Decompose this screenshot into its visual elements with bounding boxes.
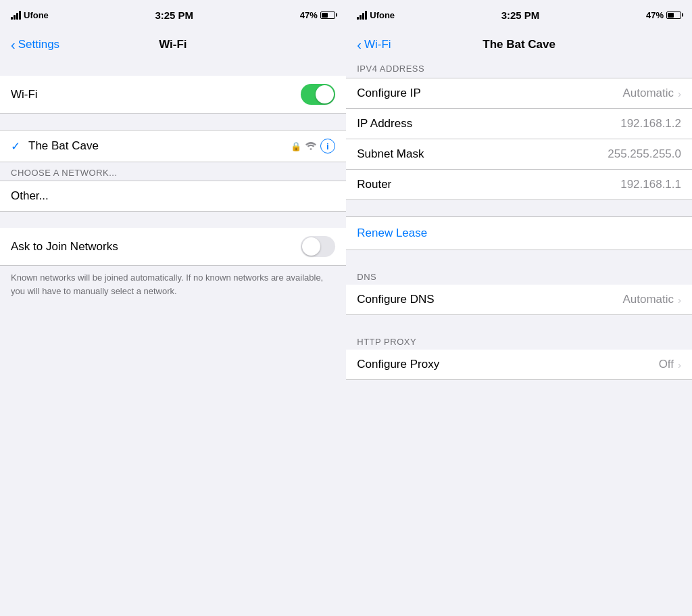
router-row: Router 192.168.1.1 [346, 170, 692, 200]
configure-ip-label: Configure IP [357, 87, 421, 100]
back-to-settings-button[interactable]: ‹ Settings [11, 38, 59, 51]
nav-bar-right: ‹ Wi-Fi The Bat Cave [346, 30, 692, 60]
battery-percent-left: 47% [300, 10, 318, 20]
configure-proxy-row[interactable]: Configure Proxy Off › [346, 350, 692, 380]
signal-bars-left [11, 11, 21, 20]
status-right-left: 47% [300, 10, 335, 20]
configure-dns-chevron: › [678, 294, 681, 306]
ip-address-row: IP Address 192.168.1.2 [346, 109, 692, 139]
renew-lease-label: Renew Lease [357, 227, 427, 239]
wifi-toggle-row[interactable]: Wi-Fi [0, 76, 346, 114]
wifi-label: Wi-Fi [11, 88, 38, 101]
back-label-left: Settings [18, 38, 59, 51]
ask-to-join-row[interactable]: Ask to Join Networks [0, 228, 346, 266]
choose-network-header: CHOOSE A NETWORK... [0, 162, 346, 181]
ip-config-rows: Configure IP Automatic › IP Address 192.… [346, 78, 692, 200]
configure-proxy-value-group: Off › [659, 358, 681, 371]
router-label: Router [357, 178, 391, 191]
ask-to-join-toggle[interactable] [301, 236, 335, 257]
battery-icon-right [666, 11, 681, 19]
ask-to-join-description: Known networks will be joined automatica… [0, 266, 346, 303]
time-left: 3:25 PM [155, 9, 193, 21]
status-right-right: 47% [646, 10, 681, 20]
info-button[interactable]: i [320, 139, 335, 153]
other-network-row[interactable]: Other... [0, 181, 346, 212]
back-label-right: Wi-Fi [364, 38, 391, 51]
dns-section-header: DNS [346, 266, 692, 285]
back-chevron-right: ‹ [357, 38, 362, 51]
status-left-left: Ufone [11, 10, 49, 20]
left-panel: Ufone 3:25 PM 47% ‹ Settings Wi-Fi Wi-Fi… [0, 0, 346, 616]
ask-to-join-label: Ask to Join Networks [11, 240, 118, 254]
right-panel: Ufone 3:25 PM 47% ‹ Wi-Fi The Bat Cave I… [346, 0, 692, 616]
battery-icon-left [320, 11, 335, 19]
status-bar-right: Ufone 3:25 PM 47% [346, 0, 692, 30]
configure-ip-value-group: Automatic › [622, 87, 681, 100]
carrier-right: Ufone [370, 10, 395, 20]
configure-ip-value: Automatic [622, 87, 674, 100]
carrier-left: Ufone [24, 10, 49, 20]
configure-proxy-value: Off [659, 358, 674, 371]
subnet-mask-label: Subnet Mask [357, 147, 424, 161]
configure-dns-value: Automatic [622, 293, 674, 306]
nav-bar-left: ‹ Settings Wi-Fi [0, 30, 346, 60]
subnet-mask-row: Subnet Mask 255.255.255.0 [346, 139, 692, 170]
subnet-mask-value: 255.255.255.0 [608, 147, 681, 161]
lock-icon: 🔒 [291, 141, 301, 151]
back-chevron-left: ‹ [11, 38, 16, 51]
ip-address-label: IP Address [357, 117, 412, 131]
ipv4-section-header: IPV4 ADDRESS [346, 60, 692, 78]
configure-dns-value-group: Automatic › [622, 293, 681, 306]
signal-bars-right [357, 11, 367, 20]
configure-ip-chevron: › [678, 88, 681, 99]
wifi-signal-icon [305, 141, 316, 152]
battery-percent-right: 47% [646, 10, 664, 20]
checkmark-icon: ✓ [11, 139, 20, 153]
back-to-wifi-button[interactable]: ‹ Wi-Fi [357, 38, 391, 51]
renew-lease-row[interactable]: Renew Lease [346, 216, 692, 250]
status-left-right: Ufone [357, 10, 395, 20]
ip-address-value: 192.168.1.2 [620, 117, 681, 131]
page-title-left: Wi-Fi [159, 38, 187, 51]
page-title-right: The Bat Cave [483, 38, 555, 51]
status-bar-left: Ufone 3:25 PM 47% [0, 0, 346, 30]
info-icon: i [326, 141, 329, 151]
http-proxy-section-header: HTTP PROXY [346, 331, 692, 350]
network-icons: 🔒 i [291, 139, 335, 153]
connected-network-row[interactable]: ✓ The Bat Cave 🔒 i [0, 130, 346, 162]
configure-dns-label: Configure DNS [357, 293, 434, 306]
configure-ip-row[interactable]: Configure IP Automatic › [346, 78, 692, 109]
network-name: The Bat Cave [28, 139, 291, 153]
wifi-toggle[interactable] [301, 84, 335, 105]
configure-proxy-chevron: › [678, 359, 681, 371]
router-value: 192.168.1.1 [620, 178, 681, 191]
configure-proxy-label: Configure Proxy [357, 358, 439, 371]
configure-dns-row[interactable]: Configure DNS Automatic › [346, 285, 692, 315]
other-label: Other... [11, 189, 49, 203]
time-right: 3:25 PM [501, 9, 540, 21]
